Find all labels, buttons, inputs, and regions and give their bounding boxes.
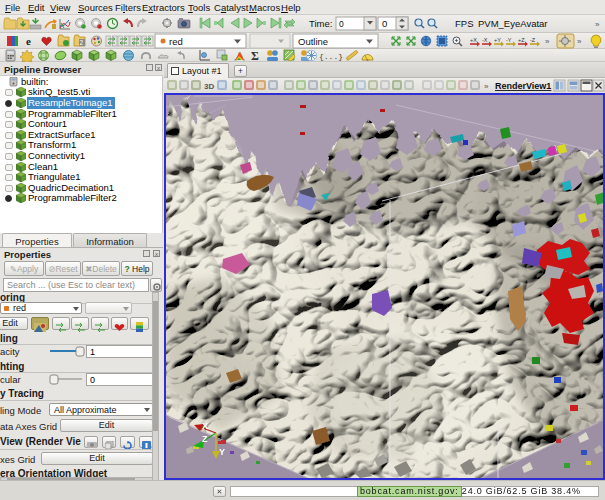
svg-text:-X: -X (482, 37, 488, 43)
svg-text:red: red (169, 36, 183, 47)
svg-text:Y: Y (219, 447, 225, 457)
svg-text:»: » (595, 20, 600, 29)
svg-text:PVM_EyeAvatar: PVM_EyeAvatar (478, 18, 548, 29)
svg-text:Z: Z (202, 434, 208, 444)
svg-text:»: » (484, 82, 489, 91)
svg-text:X: X (202, 421, 208, 431)
svg-text:-Y: -Y (506, 37, 512, 43)
svg-text:Σ: Σ (251, 49, 259, 62)
svg-text:+Z: +Z (518, 37, 525, 43)
svg-text:»: » (577, 37, 582, 46)
svg-text:FPS: FPS (455, 18, 473, 29)
svg-text:Time:: Time: (309, 18, 332, 29)
svg-text:0: 0 (382, 18, 387, 29)
svg-text:3D: 3D (204, 82, 214, 91)
svg-text:+Y: +Y (494, 37, 501, 43)
svg-text:e: e (26, 35, 31, 47)
svg-text:+X: +X (470, 37, 477, 43)
svg-text:Outline: Outline (298, 36, 328, 47)
svg-text:0: 0 (339, 19, 344, 29)
svg-text:RenderView1: RenderView1 (495, 81, 551, 91)
svg-text:2: 2 (80, 39, 84, 46)
svg-text:-Z: -Z (530, 37, 536, 43)
svg-text:»: » (545, 37, 550, 46)
svg-text:{...}: {...} (319, 52, 343, 61)
